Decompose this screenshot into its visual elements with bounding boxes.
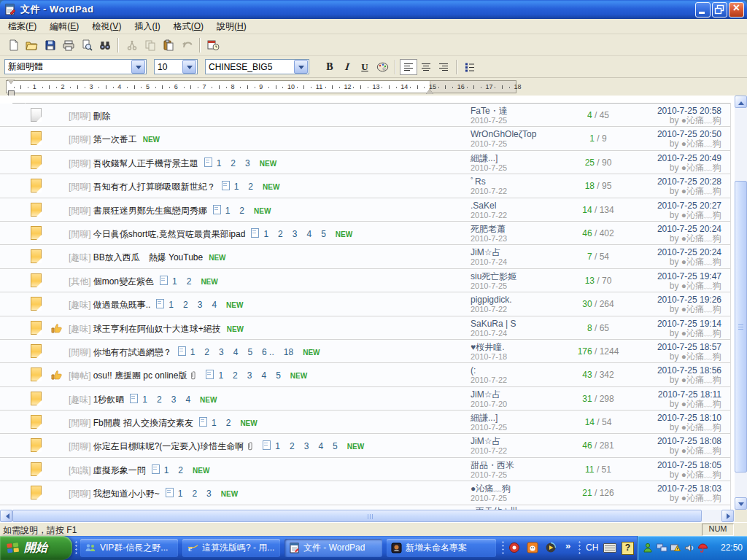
bold-button[interactable]: B (321, 59, 338, 75)
cut-button-disabled[interactable] (123, 36, 141, 54)
thread-title: 你地有冇試過網戀？ (93, 347, 172, 357)
reply-count: 46 (582, 440, 592, 451)
language-indicator[interactable]: CH (586, 542, 598, 553)
network-icon[interactable] (657, 542, 667, 553)
taskbar-button-msn[interactable]: VIP群-信長之野... (80, 539, 178, 557)
undo-button-disabled[interactable] (177, 36, 196, 54)
new-document-button[interactable] (4, 36, 23, 54)
thread-main: [閒聊]刪除 (69, 110, 117, 122)
copy-button-disabled[interactable] (141, 36, 159, 54)
align-right-button[interactable] (435, 59, 452, 75)
scroll-left-button[interactable] (0, 510, 12, 522)
restore-button[interactable] (712, 2, 727, 18)
lastpost-author: by ●沁痛﹏狗 (657, 234, 721, 244)
multipage-icon (204, 158, 212, 167)
taskbar-button-project[interactable]: 新增未命名專案 (387, 539, 496, 557)
font-select[interactable]: 新細明體 (4, 59, 147, 74)
scroll-down-button[interactable] (735, 497, 747, 510)
open-button[interactable] (23, 36, 41, 54)
page-number: 1 (178, 489, 183, 499)
page-number: 2 (183, 300, 188, 310)
print-button[interactable] (59, 36, 77, 54)
print-preview-button[interactable] (77, 36, 96, 54)
menu-item-4[interactable]: 格式(O) (167, 19, 210, 34)
vertical-scroll-thumb[interactable] (735, 181, 747, 472)
thread-main: [閒聊]書展狂迷男鄭先生瘋戀周秀娜12NEW (69, 205, 271, 217)
lastpost-time: 2010-7-25 18:56 (657, 365, 721, 376)
bullet-list-button[interactable] (461, 59, 479, 75)
thread-title: 做過最魚既事.. (93, 300, 151, 310)
reply-count: 13 (585, 276, 595, 286)
charset-select[interactable]: CHINESE_BIG5 (205, 59, 309, 74)
thread-page-icon (31, 344, 42, 358)
red-pinwheel-icon[interactable] (508, 542, 520, 553)
ruler-number: 10 (287, 83, 295, 90)
start-button[interactable]: 開始 (0, 536, 72, 560)
thread-counts: 11 / 51 (554, 464, 642, 475)
display-warning-icon[interactable] (670, 542, 681, 553)
menu-item-2[interactable]: 檢視(V) (85, 19, 128, 34)
thread-lastpost: 2010-7-25 20:50 by ●沁痛﹏狗 (657, 129, 721, 149)
page-number: 2 (239, 206, 244, 216)
volume-icon[interactable] (684, 542, 695, 553)
document-area[interactable]: [閒聊]刪除 FaTe・達 2010-7-25 4 / 45 2010-7-25… (0, 96, 735, 510)
title-bar[interactable]: 文件 - WordPad (0, 0, 747, 19)
chevron-expand-icon[interactable]: » (565, 540, 570, 551)
find-button[interactable] (96, 36, 114, 54)
page-number: 1 (142, 394, 147, 405)
scroll-up-button[interactable] (735, 96, 747, 108)
scroll-right-button[interactable] (721, 510, 734, 522)
ruler-number: 16 (457, 83, 465, 90)
page-number: 3 (245, 158, 250, 168)
chevron-down-icon[interactable] (131, 60, 145, 74)
thread-counts: 13 / 70 (554, 276, 642, 286)
menu-item-1[interactable]: 編輯(E) (43, 19, 85, 34)
new-badge: NEW (209, 254, 225, 262)
page-number: 2 (157, 394, 162, 405)
menu-item-5[interactable]: 說明(H) (210, 19, 253, 34)
paste-button[interactable] (159, 36, 177, 54)
vertical-scrollbar[interactable] (735, 96, 747, 510)
menu-item-3[interactable]: 插入(I) (128, 19, 166, 34)
menu-item-0[interactable]: 檔案(F) (1, 19, 43, 34)
right-indent-marker[interactable] (426, 85, 433, 94)
close-button[interactable] (729, 2, 744, 18)
multipage-icon (178, 346, 186, 356)
taskbar-button-wordpad[interactable]: 文件 - WordPad (285, 539, 382, 557)
page-number: 1 (225, 206, 231, 216)
page-number: 1 (263, 229, 268, 239)
ime-help-icon[interactable]: ? (622, 542, 634, 555)
antivirus-umbrella-icon[interactable] (697, 542, 708, 553)
align-left-button[interactable] (400, 59, 417, 75)
align-center-button[interactable] (417, 59, 435, 75)
media-player-icon[interactable] (545, 542, 557, 553)
ruler-number: 12 (344, 83, 352, 90)
thread-category: [趣味] (69, 300, 91, 310)
orange-app-icon[interactable] (527, 542, 538, 553)
windows-logo-icon (6, 542, 20, 555)
minimize-button[interactable] (695, 2, 711, 18)
taskbar-clock: 22:50 (721, 542, 743, 553)
date-time-button[interactable] (204, 36, 222, 54)
page-number: 2 (231, 158, 236, 168)
thread-title: 第一次番工 (93, 134, 137, 144)
horizontal-scrollbar[interactable] (0, 510, 735, 522)
thread-category: [閒聊] (69, 347, 91, 357)
thread-lastpost: 2010-7-25 20:28 by ●沁痛﹏狗 (657, 176, 721, 196)
italic-button[interactable]: I (337, 59, 357, 75)
underline-button[interactable]: U (356, 59, 374, 75)
taskbar-button-ie[interactable]: e 這算洗版嗎? - 用... (182, 539, 280, 557)
save-button[interactable] (41, 36, 59, 54)
horizontal-scroll-thumb[interactable] (12, 510, 702, 522)
toolbar-separator (456, 60, 457, 74)
author-date: 2010-7-25 (471, 494, 511, 503)
font-color-button[interactable] (374, 59, 391, 75)
messenger-person-icon[interactable] (643, 542, 654, 553)
author-date: 2010-7-24 (471, 329, 516, 338)
multipage-icon (251, 228, 259, 238)
font-size-select[interactable]: 10 (154, 59, 198, 74)
chevron-down-icon[interactable] (182, 60, 196, 74)
chevron-down-icon[interactable] (294, 60, 308, 74)
keyboard-icon[interactable] (603, 543, 616, 553)
thread-lastpost: 2010-7-25 20:24 by ●沁痛﹏狗 (657, 247, 721, 267)
